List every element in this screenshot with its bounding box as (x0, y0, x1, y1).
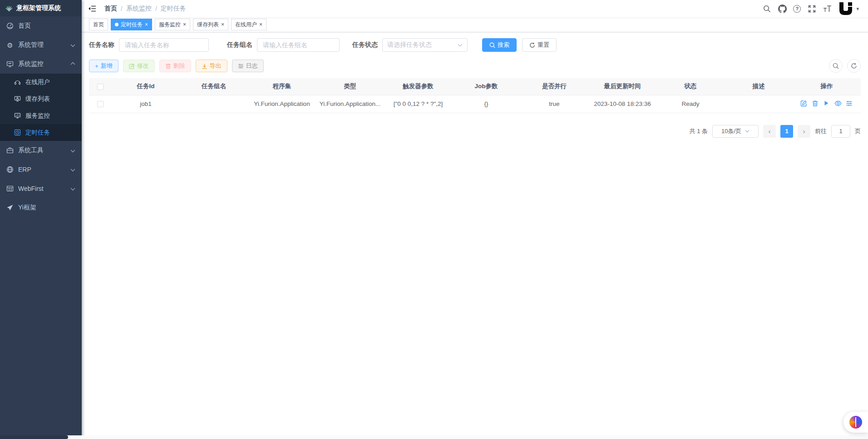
export-button[interactable]: 导出 (196, 60, 227, 72)
tab-home[interactable]: 首页 (89, 19, 108, 30)
tab-label: 缓存列表 (197, 21, 219, 29)
tab-close-icon[interactable]: × (183, 22, 186, 27)
cell-concurrent: true (520, 95, 588, 113)
search-button[interactable]: 搜索 (482, 38, 517, 52)
tab-close-icon[interactable]: × (259, 22, 262, 27)
fullscreen-icon[interactable] (807, 4, 816, 13)
assistant-fab-button[interactable] (843, 412, 868, 433)
brain-icon (849, 416, 862, 429)
breadcrumb-separator: / (155, 5, 157, 12)
add-button[interactable]: + 新增 (89, 60, 118, 72)
chevron-left-icon: ‹ (769, 128, 771, 135)
sidebar-item-label: 在线用户 (25, 78, 50, 86)
breadcrumb-separator: / (121, 5, 123, 12)
log-button[interactable]: 日志 (232, 60, 264, 72)
col-concurrent: 是否并行 (520, 78, 588, 95)
github-icon[interactable] (778, 4, 787, 13)
reset-button[interactable]: 重置 (522, 38, 557, 52)
server-monitor-icon (14, 112, 21, 120)
col-actions: 操作 (793, 78, 861, 95)
col-trigger-args: 触发器参数 (384, 78, 452, 95)
col-status: 状态 (656, 78, 725, 95)
cell-status: Ready (656, 95, 725, 113)
breadcrumb-current: 定时任务 (161, 5, 186, 13)
col-task-group: 任务组名 (180, 78, 248, 95)
tab-close-icon[interactable]: × (221, 22, 224, 27)
horizontal-scrollbar-thumb[interactable] (0, 435, 68, 439)
page-number-current[interactable]: 1 (780, 125, 793, 138)
cell-trigger-args: ["0 0 0,12 ? * ?",2] (384, 95, 452, 113)
font-size-icon[interactable] (823, 4, 832, 13)
table-header-row: 任务Id 任务组名 程序集 类型 触发器参数 Job参数 是否并行 最后更新时间… (89, 78, 861, 95)
refresh-table-button[interactable] (847, 59, 861, 73)
sidebar-item-label: WebFirst (18, 185, 44, 192)
tab-scheduled-tasks[interactable]: 定时任务 × (111, 19, 152, 30)
row-actions (800, 100, 853, 107)
horizontal-scrollbar-track[interactable] (0, 435, 868, 439)
sidebar-item-system-management[interactable]: ⚙ 系统管理 (0, 35, 82, 55)
tab-online-users[interactable]: 在线用户 × (231, 19, 266, 30)
refresh-icon (851, 63, 857, 69)
col-description: 描述 (725, 78, 793, 95)
grid-table-icon (6, 185, 14, 192)
row-delete-icon[interactable] (812, 100, 819, 107)
next-page-button[interactable]: › (798, 125, 810, 138)
breadcrumb-home[interactable]: 首页 (104, 5, 117, 13)
chevron-down-icon (70, 41, 75, 49)
total-count: 共 1 条 (690, 127, 708, 135)
help-icon[interactable]: ? (793, 5, 801, 13)
chevron-down-icon (458, 44, 463, 47)
select-all-checkbox[interactable] (97, 84, 104, 90)
sidebar-item-online-users[interactable]: 在线用户 (0, 74, 82, 90)
sidebar-item-system-monitor[interactable]: 系统监控 (0, 55, 82, 74)
task-name-input[interactable] (119, 38, 209, 52)
prev-page-button[interactable]: ‹ (763, 125, 776, 138)
sidebar-item-erp[interactable]: ERP (0, 160, 82, 179)
chevron-down-icon (745, 130, 750, 133)
cache-icon (14, 95, 21, 103)
edit-button[interactable]: 修改 (123, 60, 155, 72)
chevron-down-icon (70, 147, 75, 154)
sidebar-item-cache-list[interactable]: 缓存列表 (0, 90, 82, 107)
delete-button[interactable]: 删除 (159, 60, 191, 72)
headset-icon (14, 79, 21, 86)
sidebar-collapse-icon[interactable] (88, 4, 97, 13)
row-run-icon[interactable] (823, 100, 830, 107)
row-log-icon[interactable] (846, 100, 853, 107)
breadcrumb: 首页 / 系统监控 / 定时任务 (104, 5, 186, 13)
sidebar-item-yi-framework[interactable]: Yi框架 (0, 198, 82, 217)
sidebar-item-system-tools[interactable]: 系统工具 (0, 141, 82, 160)
tab-cache-list[interactable]: 缓存列表 × (193, 19, 228, 30)
row-edit-icon[interactable] (800, 100, 808, 107)
globe-icon (6, 166, 14, 173)
goto-page-input[interactable] (831, 125, 850, 138)
tab-close-icon[interactable]: × (145, 22, 148, 27)
show-search-button[interactable] (829, 59, 843, 73)
refresh-icon (529, 42, 535, 48)
task-status-select[interactable]: 请选择任务状态 (382, 38, 468, 52)
task-status-label: 任务状态 (352, 41, 378, 49)
sidebar-item-service-monitor[interactable]: 服务监控 (0, 107, 82, 124)
app-logo[interactable]: 意框架管理系统 (0, 0, 82, 16)
sidebar-item-webfirst[interactable]: WebFirst (0, 179, 82, 198)
edit-icon (129, 63, 135, 69)
top-navbar: 首页 / 系统监控 / 定时任务 ? (82, 0, 868, 17)
row-checkbox[interactable] (97, 101, 104, 107)
table-toolbar: + 新增 修改 删除 导出 日志 (89, 59, 861, 73)
search-icon[interactable] (762, 4, 771, 13)
cell-type: Yi.Furion.Application... (316, 95, 384, 113)
sidebar-item-label: 首页 (18, 22, 31, 30)
chevron-right-icon: › (803, 128, 805, 135)
col-type: 类型 (316, 78, 384, 95)
sidebar-item-scheduled-tasks[interactable]: 定时任务 (0, 124, 82, 141)
task-group-input[interactable] (257, 38, 340, 52)
sidebar-item-home[interactable]: 首页 (0, 16, 82, 35)
sidebar-item-label: ERP (18, 166, 31, 173)
page-size-select[interactable]: 10条/页 (712, 125, 759, 138)
user-menu[interactable]: ▾ (838, 1, 862, 16)
table-row[interactable]: job1 Yi.Furion.Application Yi.Furion.App… (89, 95, 861, 113)
sidebar-item-label: 系统工具 (18, 146, 44, 155)
filter-form: 任务名称 任务组名 任务状态 请选择任务状态 搜索 重置 (89, 38, 861, 52)
tab-service-monitor[interactable]: 服务监控 × (155, 19, 190, 30)
row-view-icon[interactable] (834, 100, 842, 107)
